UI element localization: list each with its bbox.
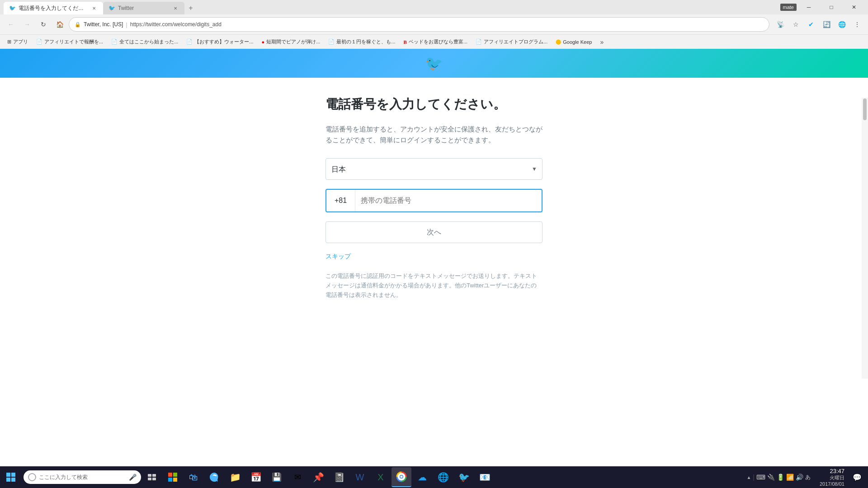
country-select[interactable]: 日本 bbox=[326, 158, 542, 180]
taskbar-app-calendar[interactable]: 📅 bbox=[246, 467, 266, 487]
next-button[interactable]: 次へ bbox=[326, 221, 542, 243]
menu-icon[interactable]: ⋮ bbox=[850, 17, 864, 32]
cast-icon[interactable]: 📡 bbox=[773, 17, 788, 32]
microphone-icon[interactable]: 🎤 bbox=[129, 474, 137, 481]
svg-rect-9 bbox=[173, 473, 177, 477]
notification-button[interactable]: 💬 bbox=[850, 466, 864, 488]
taskbar-app-onedrive[interactable]: ☁ bbox=[412, 467, 432, 487]
back-button[interactable]: ← bbox=[4, 17, 18, 32]
scroll-thumb bbox=[863, 99, 867, 120]
extension-icon-3[interactable]: 🌐 bbox=[835, 17, 849, 32]
bookmark-6[interactable]: B ベッドをお選びなら豊富... bbox=[400, 37, 472, 47]
svg-rect-4 bbox=[148, 474, 151, 477]
bookmark-apps[interactable]: ⊞ アプリ bbox=[4, 37, 32, 47]
svg-rect-10 bbox=[168, 478, 172, 482]
bookmark-6-icon: B bbox=[404, 39, 407, 45]
bookmark-7[interactable]: 📄 アフィリエイトプログラム... bbox=[472, 37, 551, 47]
taskbar-app-mail2[interactable]: 📧 bbox=[475, 467, 495, 487]
taskbar-search[interactable]: ここに入力して検索 🎤 bbox=[24, 470, 141, 484]
bookmark-2[interactable]: 📄 全てはここから始まった... bbox=[108, 37, 182, 47]
task-view-button[interactable] bbox=[143, 466, 161, 488]
svg-rect-7 bbox=[152, 478, 156, 480]
svg-rect-5 bbox=[152, 474, 156, 477]
bookmark-keep-label: Google Keep bbox=[563, 39, 592, 45]
address-separator: | bbox=[126, 21, 127, 28]
tab-close-active[interactable]: ✕ bbox=[90, 5, 98, 12]
maximize-button[interactable]: □ bbox=[821, 0, 842, 14]
volume-icon[interactable]: 🔊 bbox=[796, 474, 803, 481]
tab-close-inactive[interactable]: ✕ bbox=[172, 5, 179, 12]
taskbar-app-ie[interactable]: 🌐 bbox=[433, 467, 453, 487]
bookmark-4-icon: ● bbox=[262, 39, 265, 45]
wifi-icon[interactable]: 📶 bbox=[786, 474, 794, 481]
bookmark-5-label: 最初の１円を稼ぐと、も... bbox=[336, 38, 395, 45]
taskbar: ここに入力して検索 🎤 🛍 bbox=[0, 466, 868, 488]
address-bar: ← → ↻ 🏠 🔒 Twitter, Inc. [US] | https://t… bbox=[0, 14, 868, 34]
taskbar-app-onenote[interactable]: 📓 bbox=[329, 467, 349, 487]
forward-button[interactable]: → bbox=[20, 17, 34, 32]
extension-icon-2[interactable]: 🔄 bbox=[819, 17, 834, 32]
taskbar-app-word[interactable]: W bbox=[350, 467, 370, 487]
taskbar-app-sticky[interactable]: 📌 bbox=[308, 467, 328, 487]
address-field[interactable]: 🔒 Twitter, Inc. [US] | https://twitter.c… bbox=[69, 17, 769, 32]
new-tab-button[interactable]: + bbox=[184, 2, 197, 14]
taskbar-app-excel[interactable]: X bbox=[371, 467, 391, 487]
ime-icon[interactable]: あ bbox=[805, 474, 811, 481]
taskbar-app-edge[interactable] bbox=[204, 467, 224, 487]
phone-input-wrapper: +81 bbox=[326, 189, 542, 212]
taskbar-apps: 🛍 📁 📅 💾 ✉ 📌 📓 W X bbox=[161, 467, 743, 487]
svg-rect-0 bbox=[6, 473, 10, 477]
phone-number-input[interactable] bbox=[355, 190, 542, 211]
bookmark-5[interactable]: 📄 最初の１円を稼ぐと、も... bbox=[325, 37, 399, 47]
extension-icon-1[interactable]: ✔ bbox=[804, 17, 818, 32]
address-url: https://twitter.com/welcome/digits_add bbox=[130, 21, 222, 28]
tab-twitter-icon: 🐦 bbox=[9, 5, 16, 11]
keyboard-icon[interactable]: ⌨ bbox=[756, 474, 765, 481]
page-scrollbar[interactable] bbox=[862, 98, 868, 379]
clock-area[interactable]: 23:47 火曜日 2017/08/01 bbox=[816, 468, 848, 487]
start-button[interactable] bbox=[0, 466, 22, 488]
bookmark-apps-label: アプリ bbox=[13, 38, 28, 45]
bookmark-3[interactable]: 📄 【おすすめ】ウォーター... bbox=[183, 37, 257, 47]
bookmark-1-icon: 📄 bbox=[36, 39, 42, 45]
taskbar-app-backup[interactable]: 💾 bbox=[267, 467, 287, 487]
taskbar-app-twitter[interactable]: 🐦 bbox=[454, 467, 474, 487]
description-text: 電話番号を追加すると、アカウントが安全に保護され、友だちとつながることができて、… bbox=[326, 124, 542, 145]
window-controls: ─ □ ✕ bbox=[798, 0, 864, 14]
tray-icon-separator: | bbox=[753, 474, 755, 481]
battery-icon[interactable]: 🔋 bbox=[777, 474, 784, 481]
taskbar-app-mail[interactable]: ✉ bbox=[288, 467, 307, 487]
bookmark-6-label: ベッドをお選びなら豊富... bbox=[409, 38, 467, 45]
svg-rect-2 bbox=[6, 478, 10, 482]
twitter-logo: 🐦 bbox=[425, 55, 443, 72]
skip-link[interactable]: スキップ bbox=[326, 253, 351, 261]
tab-active[interactable]: 🐦 電話番号を入力してください ✕ bbox=[4, 2, 103, 14]
bookmarks-more-button[interactable]: » bbox=[596, 37, 607, 47]
bookmark-4[interactable]: ● 短期間でピアノが弾け... bbox=[258, 37, 324, 47]
twitter-header: 🐦 bbox=[0, 49, 868, 78]
bookmark-3-icon: 📄 bbox=[186, 39, 193, 45]
title-bar: 🐦 電話番号を入力してください ✕ 🐦 Twitter ✕ + mate ─ □… bbox=[0, 0, 868, 14]
taskbar-app-explorer[interactable]: 📁 bbox=[225, 467, 245, 487]
taskbar-app-chrome[interactable] bbox=[392, 467, 411, 487]
refresh-button[interactable]: ↻ bbox=[36, 17, 51, 32]
tray-icon-2[interactable]: 🔌 bbox=[767, 474, 775, 481]
taskbar-app-shopping[interactable]: 🛍 bbox=[184, 467, 203, 487]
bookmark-5-icon: 📄 bbox=[328, 39, 335, 45]
bookmark-1-label: アフィリエイトで報酬を... bbox=[44, 38, 103, 45]
svg-rect-11 bbox=[173, 478, 177, 482]
clock-day: 火曜日 bbox=[830, 474, 844, 481]
home-button[interactable]: 🏠 bbox=[52, 17, 67, 32]
bookmark-1[interactable]: 📄 アフィリエイトで報酬を... bbox=[33, 37, 107, 47]
bookmark-google-keep[interactable]: ⬤ Google Keep bbox=[552, 37, 595, 47]
tray-show-arrow[interactable]: ▲ bbox=[746, 475, 751, 480]
bookmark-star-icon[interactable]: ☆ bbox=[788, 17, 803, 32]
form-container: 電話番号を入力してください。 電話番号を追加すると、アカウントが安全に保護され、… bbox=[326, 96, 542, 300]
tab-inactive[interactable]: 🐦 Twitter ✕ bbox=[103, 2, 184, 14]
bookmark-3-label: 【おすすめ】ウォーター... bbox=[194, 38, 253, 45]
close-button[interactable]: ✕ bbox=[844, 0, 864, 14]
main-content: 電話番号を入力してください。 電話番号を追加すると、アカウントが安全に保護され、… bbox=[0, 78, 868, 318]
address-company: Twitter, Inc. [US] bbox=[84, 21, 123, 28]
minimize-button[interactable]: ─ bbox=[798, 0, 819, 14]
taskbar-app-store[interactable] bbox=[163, 467, 183, 487]
